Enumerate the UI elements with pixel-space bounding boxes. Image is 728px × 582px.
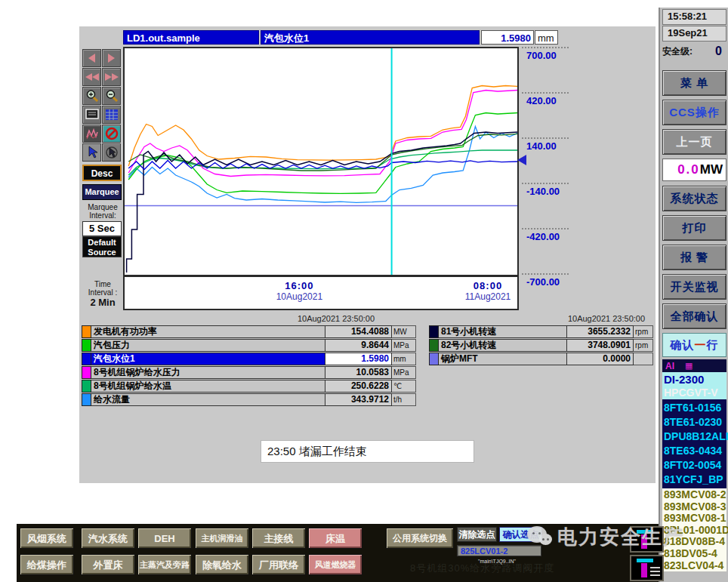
ack-one-line-button[interactable]: 确认一行 <box>662 333 726 357</box>
legend-row[interactable]: 汽包水位11.5980mm <box>82 353 416 365</box>
y-tick-label: 420.00 <box>522 94 575 106</box>
legend-right-group: 81号小机转速3655.2332rpm82号小机转速3748.0901rpm锅炉… <box>429 325 653 366</box>
tag-name: 8号机组锅炉给水压力 <box>91 366 325 379</box>
trend-unit-field: mm <box>535 30 558 45</box>
selected-point-description: 8号机组30%给水旁路调阀开度 <box>410 562 554 575</box>
nav-button[interactable]: 风道燃烧器 <box>308 554 362 575</box>
power-display: 0.0MW <box>662 159 726 181</box>
legend-row[interactable]: 给水流量343.9712t/h <box>82 393 416 406</box>
step-forward-icon[interactable] <box>102 49 121 67</box>
legend-row[interactable]: 81号小机转速3655.2332rpm <box>429 325 653 338</box>
legend-row[interactable]: 8号机组锅炉给水压力10.0583MPa <box>82 366 416 379</box>
y-tick: -420.00 <box>522 228 575 242</box>
power-unit: MW <box>700 162 723 177</box>
sidebar-button[interactable]: 打印 <box>662 215 726 241</box>
nav-button[interactable]: 除氧给水 <box>195 554 249 575</box>
common-system-switch-button[interactable]: 公用系统切换 <box>386 528 454 549</box>
tag-list-item[interactable]: 823LCV04-4 <box>664 560 726 572</box>
zoom-in-icon[interactable] <box>82 87 101 105</box>
table-view-icon[interactable] <box>102 106 121 124</box>
trend-tag-field[interactable]: 汽包水位1 <box>261 30 480 45</box>
clock-time: 15:58:21 <box>662 9 726 25</box>
series-line-7 <box>128 134 517 171</box>
security-level-label: 安全级: <box>662 45 693 58</box>
legend-timestamp-right: 10Aug2021 23:50:00 <box>550 314 663 323</box>
tag-list-item[interactable]: 8TE63-0434 <box>664 444 726 458</box>
nav-button[interactable]: 主蒸汽及旁路 <box>137 554 192 575</box>
legend-row[interactable]: 汽包压力9.8644MPa <box>82 339 416 352</box>
y-tick: 700.00 <box>522 47 575 61</box>
tag-list-item[interactable]: 8FT61-0156 <box>664 401 726 415</box>
nav-button[interactable]: 外置床 <box>81 554 135 575</box>
legend-row[interactable]: 发电机有功功率154.4088MW <box>82 325 416 338</box>
x-tick: 08:0011Aug2021 <box>465 280 511 302</box>
series-line-0 <box>128 86 517 167</box>
zoom-out-icon[interactable] <box>102 87 121 105</box>
tag-list-item[interactable]: 893MCV08-3 <box>664 501 726 513</box>
ai-tab[interactable]: AI <box>665 361 674 371</box>
tag-list-item[interactable]: DPU8B12ALI <box>664 430 726 444</box>
watermark-text: 电力安全生产 <box>557 524 684 550</box>
tag-list-item[interactable]: 893MCV08-1 <box>664 513 726 525</box>
trend-curves-icon[interactable] <box>82 125 101 143</box>
pointer-info-icon[interactable] <box>102 143 121 162</box>
default-source-button[interactable]: Default Source <box>82 236 122 257</box>
tag-list-header: AI ▦ <box>662 359 726 372</box>
sidebar-button[interactable]: CCS操作 <box>662 100 726 125</box>
tag-unit <box>634 353 653 365</box>
tag-list-item[interactable]: 8FT02-0054 <box>664 458 726 473</box>
tag-name: 汽包水位1 <box>91 353 325 365</box>
legend-row[interactable]: 8号机组锅炉给水温250.6228℃ <box>82 380 416 393</box>
legend-left-group: 发电机有功功率154.4088MW汽包压力9.8644MPa汽包水位11.598… <box>82 325 416 407</box>
display-mode-icon[interactable] <box>82 106 101 124</box>
y-axis: 700.00420.00140.00-140.00-420.00-700.00 <box>522 47 590 288</box>
jump-forward-icon[interactable] <box>102 68 121 86</box>
tag-unit: t/h <box>392 393 416 406</box>
nav-button[interactable]: 风烟系统 <box>20 528 74 549</box>
nav-button[interactable]: 厂用联络 <box>251 554 306 575</box>
jump-back-icon[interactable] <box>82 68 101 86</box>
legend-row[interactable]: 锅炉MFT0.0000 <box>429 353 653 365</box>
disable-cursor-icon[interactable] <box>102 125 121 143</box>
nav-button[interactable]: 汽水系统 <box>81 528 135 549</box>
trend-source-field[interactable]: LD1.out.sample <box>123 30 259 45</box>
sidebar-button[interactable]: 全部确认 <box>662 303 726 329</box>
nav-button[interactable]: 主机润滑油 <box>195 528 249 549</box>
legend-row[interactable]: 82号小机转速3748.0901rpm <box>429 339 653 352</box>
marquee-interval-value[interactable]: 5 Sec <box>82 221 122 236</box>
marquee-button[interactable]: Marquee <box>82 184 122 200</box>
x-tick: 16:0010Aug2021 <box>276 280 322 302</box>
tag-name: 汽包压力 <box>91 339 325 352</box>
nav-button[interactable]: 给煤操作 <box>20 554 74 575</box>
tag-list-item[interactable]: 8TE61-0230 <box>664 415 726 430</box>
color-swatch <box>429 325 439 338</box>
x-axis: 16:0010Aug202108:0011Aug2021 <box>123 276 519 310</box>
nav-button[interactable]: 主接线 <box>251 528 306 549</box>
selected-tag-item[interactable]: DI-2300 HPCGVT-V <box>662 372 726 399</box>
clear-point-button[interactable]: 清除选点 <box>457 527 497 542</box>
color-swatch <box>82 366 91 379</box>
trend-chart[interactable] <box>123 47 519 276</box>
sidebar: 15:58:21 19Sep21 安全级: 0 菜 单CCS操作上一页 0.0M… <box>659 8 728 582</box>
pointer-icon[interactable] <box>82 143 101 162</box>
tag-unit: MPa <box>392 366 416 379</box>
tag-value: 1.5980 <box>325 353 392 365</box>
legend-timestamp-left: 10Aug2021 23:50:00 <box>279 314 393 323</box>
color-swatch <box>82 339 91 352</box>
time-interval-label: Time Interval : <box>82 280 123 297</box>
nav-button[interactable]: DEH <box>137 528 192 549</box>
tag-list-item[interactable]: 81YCFJ_BP <box>664 473 726 487</box>
valve-report-shortcut-icon[interactable] <box>630 555 664 581</box>
color-swatch <box>82 353 91 365</box>
desc-button[interactable]: Desc <box>82 165 122 181</box>
sidebar-buttons-mid: 系统状态打印报 警开关监视全部确认 <box>662 186 726 329</box>
sidebar-button[interactable]: 开关监视 <box>662 274 726 300</box>
step-back-icon[interactable] <box>82 49 101 67</box>
trend-value-field: 1.5980 <box>481 30 534 45</box>
nav-button[interactable]: 床温 <box>308 528 362 549</box>
sidebar-button[interactable]: 系统状态 <box>662 186 726 211</box>
sidebar-button[interactable]: 菜 单 <box>662 70 726 96</box>
sidebar-button[interactable]: 报 警 <box>662 245 726 270</box>
tag-list-item[interactable]: 893MCV08-2 <box>664 489 726 501</box>
sidebar-button[interactable]: 上一页 <box>662 129 726 155</box>
